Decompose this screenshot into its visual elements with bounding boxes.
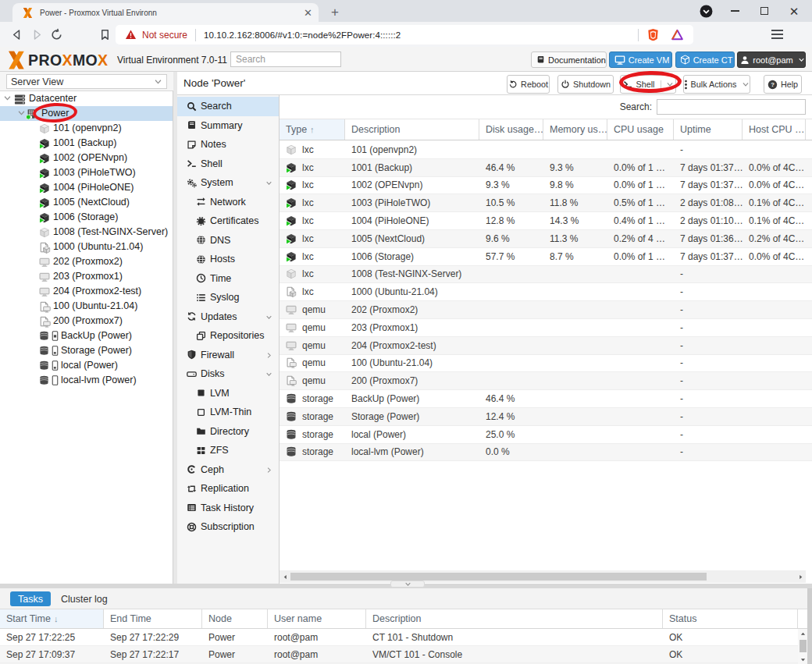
menu-item-updates[interactable]: Updates (177, 307, 279, 327)
tab-tasks[interactable]: Tasks (10, 591, 51, 606)
grid-column-type[interactable]: Type↑ (280, 119, 345, 140)
pve-search-input[interactable] (230, 51, 341, 67)
grid-row-203-proxmox1[interactable]: qemu203 (Proxmox1)- (280, 319, 812, 337)
tree-item-1004-piholeone[interactable]: 1004 (PiHoleONE) (0, 180, 173, 195)
scroll-up-icon[interactable] (798, 629, 807, 638)
not-secure-label[interactable]: Not secure (142, 30, 187, 41)
grid-row-100-ubuntu-21-04[interactable]: qemu100 (Ubuntu-21.04)- (280, 355, 812, 373)
window-minimize-button[interactable] (720, 0, 750, 22)
menu-item-certificates[interactable]: Certificates (177, 211, 279, 231)
menu-item-subscription[interactable]: Subscription (177, 517, 279, 537)
scroll-right-icon[interactable] (795, 570, 806, 583)
create-ct-button[interactable]: Create CT (675, 51, 735, 68)
grid-row-1004-piholeone[interactable]: lxc1004 (PiHoleONE)12.8 %14.3 %0.4% of 1… (280, 212, 812, 230)
tab-cluster-log[interactable]: Cluster log (56, 591, 112, 606)
menu-expander-icon[interactable] (265, 352, 272, 359)
menu-item-replication[interactable]: Replication (177, 479, 279, 499)
menu-item-system[interactable]: System (177, 173, 279, 193)
menu-item-search[interactable]: Search (177, 97, 279, 116)
tab-close-icon[interactable]: ✕ (304, 8, 312, 18)
window-close-button[interactable]: ✕ (779, 0, 809, 22)
grid-column-memory-us[interactable]: Memory us… (543, 119, 607, 140)
tasks-scrollbar-thumb[interactable] (800, 640, 807, 652)
bookmark-icon[interactable] (98, 28, 112, 41)
back-icon[interactable] (10, 28, 23, 41)
new-tab-button[interactable]: + (328, 5, 342, 20)
tree-item-100-ubuntu-21-04[interactable]: 100 (Ubuntu-21.04) (0, 299, 173, 314)
menu-item-lvm-thin[interactable]: LVM-Thin (177, 403, 279, 422)
create-vm-button[interactable]: Create VM (609, 51, 672, 68)
grid-row-local-power[interactable]: storagelocal (Power)25.0 %- (280, 426, 812, 444)
menu-item-zfs[interactable]: ZFS (177, 441, 279, 460)
tasks-vertical-scrollbar[interactable] (798, 629, 807, 664)
menu-expander-icon[interactable] (265, 314, 272, 321)
tree-item-local-lvm-power[interactable]: local-lvm (Power) (0, 373, 173, 388)
menu-item-shell[interactable]: Shell (177, 154, 279, 174)
scroll-down-icon[interactable] (798, 655, 807, 664)
tree-expander-icon[interactable] (3, 94, 12, 102)
menu-item-notes[interactable]: Notes (177, 135, 279, 154)
grid-row-1008-test-nginx-server[interactable]: lxc1008 (Test-NGINX-Server)- (280, 266, 812, 284)
documentation-button[interactable]: Documentation (531, 51, 607, 68)
window-maximize-button[interactable] (750, 0, 779, 22)
grid-search-input[interactable] (657, 99, 806, 115)
brave-shield-icon[interactable] (646, 28, 660, 41)
menu-item-syslog[interactable]: Syslog (177, 288, 279, 307)
tree-item-storage-power[interactable]: Storage (Power) (0, 343, 173, 358)
grid-column-disk-usage[interactable]: Disk usage… (479, 119, 543, 140)
grid-column-host-cpu[interactable]: Host CPU … (743, 119, 806, 140)
menu-item-disks[interactable]: Disks (177, 364, 279, 384)
browser-tab[interactable]: Power - Proxmox Virtual Environn ✕ (12, 3, 319, 22)
menu-item-firewall[interactable]: Firewall (177, 346, 279, 365)
menu-item-lvm[interactable]: LVM (177, 384, 279, 403)
grid-row-backup-power[interactable]: storageBackUp (Power)46.4 %- (280, 390, 812, 408)
menu-expander-icon[interactable] (265, 179, 272, 186)
grid-row-local-lvm-power[interactable]: storagelocal-lvm (Power)0.0 %- (280, 444, 812, 462)
url-text[interactable]: 10.10.2.162:8006/#v1:0:=node%2FPower:4::… (204, 30, 401, 40)
tree-item-1006-storage[interactable]: 1006 (Storage) (0, 210, 173, 225)
tree-item-1001-backup[interactable]: 1001 (Backup) (0, 136, 173, 151)
scroll-left-icon[interactable] (280, 570, 290, 583)
grid-row-202-proxmox2[interactable]: qemu202 (Proxmox2)- (280, 301, 812, 319)
tree-item-local-power[interactable]: local (Power) (0, 358, 173, 373)
task-row[interactable]: Sep 27 17:22:25Sep 27 17:22:29Powerroot@… (0, 629, 807, 646)
tasks-column-start-time[interactable]: Start Time↓ (0, 609, 104, 628)
grid-row-1002-openvpn[interactable]: lxc1002 (OPENvpn)9.3 %9.8 %0.0% of 1 …7 … (280, 177, 812, 195)
horizontal-scrollbar[interactable] (280, 570, 806, 583)
grid-column-cpu-usage[interactable]: CPU usage (607, 119, 674, 140)
menu-item-network[interactable]: Network (177, 193, 279, 212)
tree-item-datacenter[interactable]: Datacenter (0, 91, 173, 106)
tree-item-203-proxmox1[interactable]: 203 (Proxmox1) (0, 269, 173, 284)
help-button[interactable]: ? Help (764, 75, 802, 94)
grid-column-description[interactable]: Description (345, 119, 479, 140)
menu-item-ceph[interactable]: Ceph (177, 460, 279, 480)
reload-icon[interactable] (50, 28, 63, 41)
user-menu-button[interactable]: root@pam (737, 51, 806, 68)
menu-item-dns[interactable]: DNS (177, 231, 279, 250)
tree-item-power[interactable]: Power (0, 106, 173, 121)
reboot-button[interactable]: Reboot (507, 75, 550, 94)
browser-menu-icon[interactable] (771, 30, 783, 41)
tree-item-202-proxmox2[interactable]: 202 (Proxmox2) (0, 254, 173, 269)
tasks-column-status[interactable]: Status (663, 609, 798, 628)
grid-row-1003-piholetwo[interactable]: lxc1003 (PiHoleTWO)10.5 %11.8 %0.5% of 1… (280, 194, 812, 212)
tasks-column-user-name[interactable]: User name (268, 609, 366, 628)
menu-item-directory[interactable]: Directory (177, 422, 279, 442)
tree-item-1008-test-nginx-server[interactable]: 1008 (Test-NGINX-Server) (0, 225, 173, 240)
tree-item-200-proxmox7[interactable]: 200 (Proxmox7) (0, 314, 173, 328)
forward-icon[interactable] (30, 28, 44, 41)
address-bar[interactable]: Not secure 10.10.2.162:8006/#v1:0:=node%… (116, 25, 693, 44)
tree-expander-icon[interactable] (17, 108, 26, 117)
task-row[interactable]: Sep 27 17:09:37Sep 27 17:22:17Powerroot@… (0, 646, 807, 663)
menu-item-summary[interactable]: Summary (177, 116, 279, 136)
grid-row-storage-power[interactable]: storageStorage (Power)12.4 %- (280, 408, 812, 426)
tree-item-1003-piholetwo[interactable]: 1003 (PiHoleTWO) (0, 165, 173, 180)
menu-expander-icon[interactable] (265, 371, 272, 378)
tree-item-1002-openvpn[interactable]: 1002 (OPENvpn) (0, 151, 173, 165)
grid-row-1005-nextcloud[interactable]: lxc1005 (NextCloud)9.6 %11.3 %0.2% of 4 … (280, 230, 812, 248)
splitter-handle[interactable] (390, 581, 425, 588)
tasks-column-description[interactable]: Description (366, 609, 663, 628)
menu-item-time[interactable]: Time (177, 269, 279, 289)
view-selector[interactable]: Server View (6, 74, 167, 89)
tree-item-backup-power[interactable]: BackUp (Power) (0, 328, 173, 343)
